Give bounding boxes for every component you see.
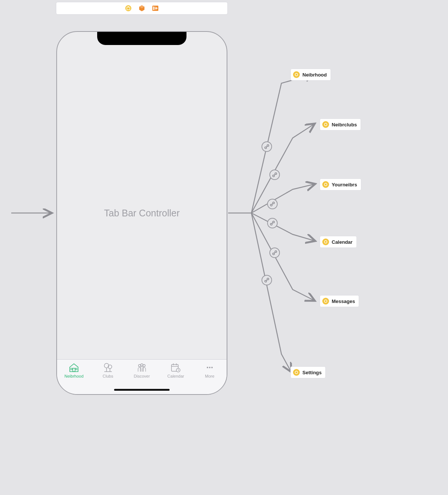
svg-line-19 <box>266 280 268 281</box>
tree-icon <box>102 363 114 372</box>
segue-badge[interactable] <box>267 199 278 209</box>
segue-badge[interactable] <box>269 248 280 258</box>
destination-neibrclubs[interactable]: Neibrclubs <box>320 118 361 130</box>
more-icon <box>204 363 215 372</box>
svg-line-16 <box>274 252 275 254</box>
controller-icon <box>322 238 329 245</box>
svg-point-20 <box>125 5 131 11</box>
tab-label: Clubs <box>103 374 113 378</box>
exit-icon[interactable] <box>152 5 159 12</box>
svg-point-49 <box>325 300 327 303</box>
svg-rect-24 <box>73 368 75 372</box>
svg-line-7 <box>274 174 275 176</box>
destination-label: Yourneibrs <box>332 182 357 188</box>
controller-icon <box>322 298 329 304</box>
segue-badge[interactable] <box>262 141 272 152</box>
tab-label: More <box>205 374 214 378</box>
controller-icon <box>322 181 329 188</box>
home-indicator <box>114 389 170 391</box>
svg-line-10 <box>272 204 273 205</box>
tab-label: Discover <box>134 374 150 378</box>
people-icon <box>136 363 147 372</box>
svg-rect-23 <box>153 7 154 10</box>
destination-label: Settings <box>302 370 322 375</box>
controller-icon <box>322 121 329 128</box>
svg-point-50 <box>295 371 298 374</box>
device-notch <box>97 31 186 45</box>
tab-clubs[interactable]: Clubs <box>91 360 125 385</box>
svg-point-46 <box>325 123 327 126</box>
tab-discover[interactable]: Discover <box>125 360 159 385</box>
svg-line-13 <box>272 223 273 224</box>
destination-label: Messages <box>332 298 355 304</box>
storyboard-reference-icon[interactable] <box>138 5 145 12</box>
destination-label: Calendar <box>332 239 353 245</box>
svg-point-43 <box>209 367 210 368</box>
svg-point-33 <box>141 364 143 366</box>
tab-more[interactable]: More <box>193 360 227 385</box>
tab-calendar[interactable]: Calendar <box>159 360 192 385</box>
scene-title: Tab Bar Controller <box>104 208 179 219</box>
svg-point-32 <box>138 364 141 367</box>
tabbar-controller-scene[interactable]: Tab Bar Controller Neibrhood <box>56 31 227 395</box>
svg-point-44 <box>211 367 213 368</box>
destination-label: Neibrhood <box>302 72 327 78</box>
controller-icon <box>293 369 300 376</box>
svg-point-34 <box>143 364 145 367</box>
segue-badge[interactable] <box>269 170 280 180</box>
destination-neibrhood[interactable]: Neibrhood <box>290 69 331 81</box>
destination-messages[interactable]: Messages <box>320 295 359 307</box>
tab-label: Calendar <box>167 374 184 378</box>
tab-neibrhood[interactable]: Neibrhood <box>57 360 91 385</box>
destination-calendar[interactable]: Calendar <box>320 236 357 248</box>
segue-badge[interactable] <box>262 275 272 285</box>
destination-label: Neibrclubs <box>332 122 357 128</box>
destination-yourneibrs[interactable]: Yourneibrs <box>320 178 361 190</box>
svg-point-47 <box>325 183 327 186</box>
svg-line-4 <box>266 146 268 147</box>
calendar-icon <box>170 363 181 372</box>
scene-toolbar[interactable] <box>56 2 228 15</box>
svg-rect-25 <box>71 368 72 370</box>
svg-rect-26 <box>75 368 77 370</box>
first-responder-icon[interactable] <box>125 5 132 12</box>
house-icon <box>68 363 80 372</box>
svg-point-45 <box>295 74 298 76</box>
controller-icon <box>293 71 300 78</box>
svg-point-42 <box>207 367 208 368</box>
segue-badge[interactable] <box>267 218 278 228</box>
tab-label: Neibrhood <box>65 374 84 378</box>
svg-point-48 <box>325 241 327 243</box>
destination-settings[interactable]: Settings <box>290 366 326 378</box>
